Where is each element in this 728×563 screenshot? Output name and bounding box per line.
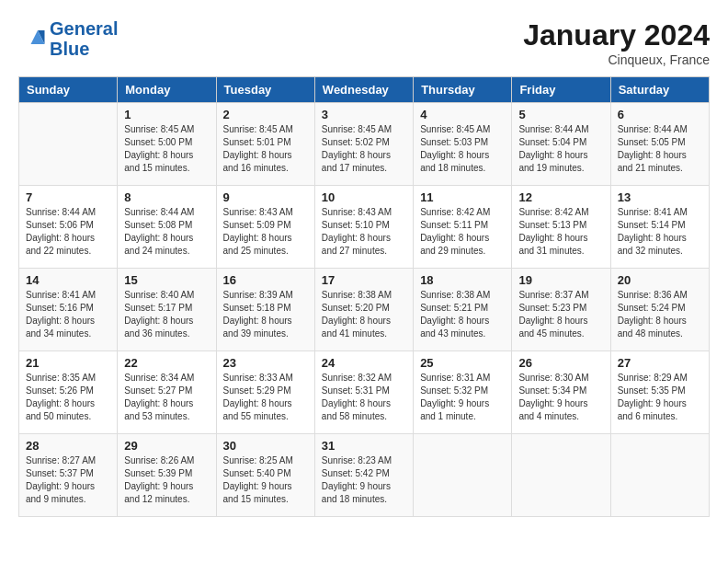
day-number: 28 xyxy=(26,439,110,453)
day-detail: Sunrise: 8:44 AMSunset: 5:06 PMDaylight:… xyxy=(26,206,110,258)
day-detail: Sunrise: 8:42 AMSunset: 5:13 PMDaylight:… xyxy=(518,206,603,258)
calendar-cell: 4Sunrise: 8:45 AMSunset: 5:03 PMDaylight… xyxy=(414,103,512,186)
day-number: 18 xyxy=(420,273,505,287)
calendar-cell: 12Sunrise: 8:42 AMSunset: 5:13 PMDayligh… xyxy=(512,186,610,269)
calendar-cell: 25Sunrise: 8:31 AMSunset: 5:32 PMDayligh… xyxy=(414,351,512,434)
logo-text: General Blue xyxy=(50,18,118,59)
column-header-monday: Monday xyxy=(118,77,216,103)
calendar-week-row: 21Sunrise: 8:35 AMSunset: 5:26 PMDayligh… xyxy=(19,351,710,434)
calendar-week-row: 7Sunrise: 8:44 AMSunset: 5:06 PMDaylight… xyxy=(19,186,710,269)
calendar-cell: 13Sunrise: 8:41 AMSunset: 5:14 PMDayligh… xyxy=(610,186,709,269)
calendar-cell xyxy=(414,434,512,517)
day-number: 21 xyxy=(26,356,110,370)
day-number: 13 xyxy=(618,190,702,204)
day-detail: Sunrise: 8:44 AMSunset: 5:08 PMDaylight:… xyxy=(124,206,209,258)
day-number: 12 xyxy=(518,190,603,204)
calendar-cell: 18Sunrise: 8:38 AMSunset: 5:21 PMDayligh… xyxy=(414,269,512,351)
calendar-cell: 26Sunrise: 8:30 AMSunset: 5:34 PMDayligh… xyxy=(512,351,610,434)
calendar-cell: 20Sunrise: 8:36 AMSunset: 5:24 PMDayligh… xyxy=(610,269,709,351)
calendar-cell: 17Sunrise: 8:38 AMSunset: 5:20 PMDayligh… xyxy=(314,269,413,351)
day-number: 30 xyxy=(223,439,308,453)
day-number: 20 xyxy=(618,273,702,287)
day-detail: Sunrise: 8:45 AMSunset: 5:00 PMDaylight:… xyxy=(124,123,209,175)
day-number: 5 xyxy=(518,108,603,121)
day-number: 17 xyxy=(322,273,406,287)
day-number: 8 xyxy=(124,190,209,204)
logo-icon xyxy=(18,25,46,52)
calendar-cell: 15Sunrise: 8:40 AMSunset: 5:17 PMDayligh… xyxy=(118,269,216,351)
calendar-cell: 28Sunrise: 8:27 AMSunset: 5:37 PMDayligh… xyxy=(19,434,118,517)
day-detail: Sunrise: 8:43 AMSunset: 5:10 PMDaylight:… xyxy=(322,206,406,258)
day-detail: Sunrise: 8:43 AMSunset: 5:09 PMDaylight:… xyxy=(223,206,308,258)
day-detail: Sunrise: 8:35 AMSunset: 5:26 PMDaylight:… xyxy=(26,372,110,423)
day-number: 29 xyxy=(124,439,209,453)
day-number: 10 xyxy=(322,190,406,204)
day-number: 6 xyxy=(618,108,702,121)
location-subtitle: Cinqueux, France xyxy=(523,52,710,67)
day-detail: Sunrise: 8:39 AMSunset: 5:18 PMDaylight:… xyxy=(223,289,308,340)
day-detail: Sunrise: 8:36 AMSunset: 5:24 PMDaylight:… xyxy=(618,289,702,340)
day-number: 26 xyxy=(518,356,603,370)
day-number: 15 xyxy=(124,273,209,287)
day-number: 9 xyxy=(223,190,308,204)
day-number: 16 xyxy=(223,273,308,287)
calendar-cell: 29Sunrise: 8:26 AMSunset: 5:39 PMDayligh… xyxy=(118,434,216,517)
day-number: 24 xyxy=(322,356,406,370)
logo: General Blue xyxy=(18,18,118,59)
day-detail: Sunrise: 8:44 AMSunset: 5:05 PMDaylight:… xyxy=(618,123,702,175)
day-detail: Sunrise: 8:42 AMSunset: 5:11 PMDaylight:… xyxy=(420,206,505,258)
day-detail: Sunrise: 8:29 AMSunset: 5:35 PMDaylight:… xyxy=(618,372,702,423)
calendar-cell: 6Sunrise: 8:44 AMSunset: 5:05 PMDaylight… xyxy=(610,103,709,186)
calendar-cell: 27Sunrise: 8:29 AMSunset: 5:35 PMDayligh… xyxy=(610,351,709,434)
day-number: 25 xyxy=(420,356,505,370)
day-number: 27 xyxy=(618,356,702,370)
calendar-cell: 11Sunrise: 8:42 AMSunset: 5:11 PMDayligh… xyxy=(414,186,512,269)
day-detail: Sunrise: 8:41 AMSunset: 5:16 PMDaylight:… xyxy=(26,289,110,340)
calendar-cell: 3Sunrise: 8:45 AMSunset: 5:02 PMDaylight… xyxy=(314,103,413,186)
day-detail: Sunrise: 8:30 AMSunset: 5:34 PMDaylight:… xyxy=(518,372,603,423)
day-number: 7 xyxy=(26,190,110,204)
day-number: 23 xyxy=(223,356,308,370)
calendar-week-row: 1Sunrise: 8:45 AMSunset: 5:00 PMDaylight… xyxy=(19,103,710,186)
calendar-cell: 24Sunrise: 8:32 AMSunset: 5:31 PMDayligh… xyxy=(314,351,413,434)
day-detail: Sunrise: 8:27 AMSunset: 5:37 PMDaylight:… xyxy=(26,454,110,506)
day-number: 19 xyxy=(518,273,603,287)
calendar-cell: 30Sunrise: 8:25 AMSunset: 5:40 PMDayligh… xyxy=(216,434,314,517)
calendar-header-row: SundayMondayTuesdayWednesdayThursdayFrid… xyxy=(19,77,710,103)
day-detail: Sunrise: 8:38 AMSunset: 5:20 PMDaylight:… xyxy=(322,289,406,340)
day-detail: Sunrise: 8:33 AMSunset: 5:29 PMDaylight:… xyxy=(223,372,308,423)
day-number: 1 xyxy=(124,108,209,121)
day-number: 3 xyxy=(322,108,406,121)
calendar-cell: 31Sunrise: 8:23 AMSunset: 5:42 PMDayligh… xyxy=(314,434,413,517)
calendar-cell: 19Sunrise: 8:37 AMSunset: 5:23 PMDayligh… xyxy=(512,269,610,351)
calendar-cell: 22Sunrise: 8:34 AMSunset: 5:27 PMDayligh… xyxy=(118,351,216,434)
column-header-tuesday: Tuesday xyxy=(216,77,314,103)
calendar-table: SundayMondayTuesdayWednesdayThursdayFrid… xyxy=(18,76,710,517)
calendar-cell xyxy=(512,434,610,517)
day-detail: Sunrise: 8:44 AMSunset: 5:04 PMDaylight:… xyxy=(518,123,603,175)
page-header: General Blue January 2024 Cinqueux, Fran… xyxy=(18,18,710,67)
day-number: 31 xyxy=(322,439,406,453)
calendar-cell: 14Sunrise: 8:41 AMSunset: 5:16 PMDayligh… xyxy=(19,269,118,351)
day-detail: Sunrise: 8:45 AMSunset: 5:03 PMDaylight:… xyxy=(420,123,505,175)
column-header-sunday: Sunday xyxy=(19,77,118,103)
day-number: 4 xyxy=(420,108,505,121)
logo-line2: Blue xyxy=(50,39,89,59)
day-number: 14 xyxy=(26,273,110,287)
day-detail: Sunrise: 8:40 AMSunset: 5:17 PMDaylight:… xyxy=(124,289,209,340)
calendar-cell: 16Sunrise: 8:39 AMSunset: 5:18 PMDayligh… xyxy=(216,269,314,351)
title-block: January 2024 Cinqueux, France xyxy=(523,18,710,67)
day-number: 2 xyxy=(223,108,308,121)
day-detail: Sunrise: 8:25 AMSunset: 5:40 PMDaylight:… xyxy=(223,454,308,506)
calendar-cell: 8Sunrise: 8:44 AMSunset: 5:08 PMDaylight… xyxy=(118,186,216,269)
month-title: January 2024 xyxy=(523,18,710,52)
calendar-cell: 10Sunrise: 8:43 AMSunset: 5:10 PMDayligh… xyxy=(314,186,413,269)
day-detail: Sunrise: 8:32 AMSunset: 5:31 PMDaylight:… xyxy=(322,372,406,423)
calendar-cell: 7Sunrise: 8:44 AMSunset: 5:06 PMDaylight… xyxy=(19,186,118,269)
day-number: 22 xyxy=(124,356,209,370)
column-header-saturday: Saturday xyxy=(610,77,709,103)
calendar-cell: 23Sunrise: 8:33 AMSunset: 5:29 PMDayligh… xyxy=(216,351,314,434)
day-detail: Sunrise: 8:23 AMSunset: 5:42 PMDaylight:… xyxy=(322,454,406,506)
calendar-cell: 1Sunrise: 8:45 AMSunset: 5:00 PMDaylight… xyxy=(118,103,216,186)
column-header-friday: Friday xyxy=(512,77,610,103)
